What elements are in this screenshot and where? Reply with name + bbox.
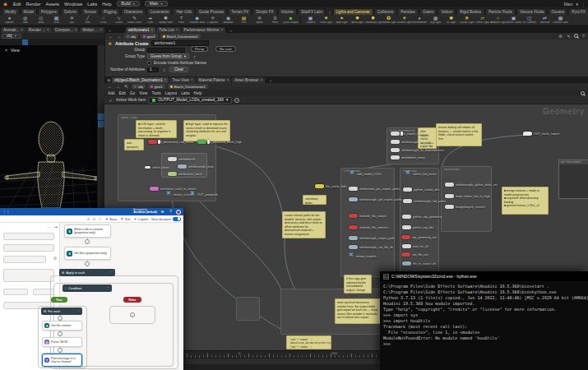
viewport-tool-icon[interactable] [98,62,104,68]
breadcrumb-chip[interactable]: geo1 [141,34,158,39]
node-body[interactable] [178,164,187,169]
breadcrumb-chip[interactable]: obj [132,84,146,89]
node-body[interactable] [391,132,400,136]
network-node[interactable]: add_model_LODs [350,172,382,176]
panel-field[interactable] [3,244,54,252]
sticky-note[interactable]: simulation better [303,195,326,205]
node-body[interactable] [402,244,411,248]
shelf-tool[interactable]: ❂Volume Light [381,16,396,25]
pane-tab[interactable]: Tube List× [156,27,180,33]
pane-tab[interactable]: Tree View× [169,77,195,83]
node-body[interactable] [145,166,150,169]
toolbar-icon[interactable] [519,90,525,96]
toolbar-icon[interactable] [556,90,562,96]
shelf-tool[interactable]: ∿Curve [111,16,127,25]
shelf-tab[interactable]: Particles [397,8,419,15]
network-node[interactable]: attribwrangle_fix_paths [391,140,433,144]
node-body[interactable] [391,140,400,144]
close-icon[interactable]: × [151,28,154,32]
node-body[interactable] [523,132,532,136]
layout-selector[interactable]: Main▾ [145,1,168,7]
viewport-tool-icon[interactable] [98,136,104,142]
toolbar-icon[interactable] [526,90,532,96]
shelf-tab[interactable]: Deform [61,8,80,15]
toolbar-icon[interactable] [90,33,96,39]
shelf-tool[interactable]: ▣Camera [303,16,318,25]
node-body[interactable] [445,205,454,209]
false-branch-pill[interactable]: False [123,297,141,303]
network-node[interactable]: attribwrangle_prep [178,164,214,169]
node-body[interactable] [405,172,411,176]
save-button[interactable]: ▼Save [105,217,118,221]
network-node[interactable]: IN_denoised_mesh_high [197,140,242,144]
pane-menu-icon[interactable]: ▤ [106,77,112,83]
network-box[interactable] [236,297,260,321]
node-body[interactable] [349,197,358,201]
close-icon[interactable]: × [191,78,193,82]
group-type-dropdown[interactable]: Guess from Group▾ [147,53,189,59]
node-body[interactable] [148,140,157,144]
group-input[interactable] [147,48,185,53]
chevron-up-icon[interactable]: ⌃ [77,310,80,313]
network-node[interactable]: attribwrangle_set_file_dir [349,245,393,249]
network-node[interactable]: python_create_dirs [403,187,439,192]
more-icon[interactable]: ⋮ [581,2,586,7]
pane-tab[interactable]: Performance Monitor× [182,27,226,33]
shelf-tab[interactable]: Collisions [374,8,397,15]
toolbar-icon[interactable] [16,39,21,45]
cmd-output[interactable]: C:\Program Files\Side Effects Software\H… [380,281,588,370]
network-node[interactable]: attribdelete_temp [391,155,425,160]
node-body[interactable] [150,187,159,191]
encode-checkbox[interactable] [147,61,151,65]
sticky-note[interactable]: most top-level directories resolve here.… [335,298,381,324]
shelf-tool[interactable]: ✱Spray Paint [158,16,174,25]
toggle-on[interactable] [173,217,181,221]
network-node[interactable]: attribwrangle_gather_bake_set [445,183,498,187]
pane-tab[interactable]: Asset Browser× [232,77,265,83]
shelf-tool[interactable]: ◎Torus [33,16,49,25]
network-menu-item[interactable]: Layout [165,91,177,95]
shelf-tab[interactable]: Viscous Fluids [516,8,548,15]
viewport-tool-icon[interactable] [98,121,104,127]
shelf-tab[interactable]: Lights and Cameras [333,8,373,15]
chevron-up-icon[interactable]: ⌃ [110,271,113,275]
panel-field[interactable] [3,233,54,240]
shelf-tool[interactable]: ✸Geometry Light [365,16,381,25]
node-body[interactable] [350,172,355,176]
shelf-tab[interactable]: Particle Fluids [485,8,516,15]
shelf-tool[interactable]: ◆Platonic Solids [189,16,205,25]
panel-field[interactable] [3,256,46,263]
shelf-tool[interactable]: ◍Sky Light [428,16,443,25]
network-node[interactable]: file_import_textures [391,132,428,136]
shelf-tool[interactable]: ╱Line [80,16,95,25]
collapse-panel-icon[interactable]: ⇥ [54,224,58,229]
menu-item[interactable]: Assets [46,2,60,7]
toolbar-icon[interactable] [541,90,547,96]
network-node[interactable]: rop_geometry_out [401,235,437,239]
num-attrs-input[interactable]: 1 [147,67,159,72]
shelf-tab[interactable]: Pyro FX [568,8,588,15]
sticky-note[interactable]: ■ merge textures + make in-model progres… [502,187,549,215]
node-body[interactable] [166,192,172,197]
shelf-tab[interactable]: Vellum [438,8,456,15]
node-body[interactable] [401,235,410,239]
node-body[interactable] [168,157,177,161]
viewport-tool-icon[interactable] [98,47,104,53]
add-action-icon[interactable]: ＋ [130,312,135,317]
true-branch-pill[interactable]: True [51,297,67,303]
shelf-tool[interactable]: ⊚Spiral [252,16,267,25]
node-body[interactable] [349,245,358,249]
shelf-tool[interactable]: ➔Path [142,16,158,25]
shelf-tool[interactable]: ✹Area Light [350,16,365,25]
menu-item[interactable]: Render [25,2,40,7]
shelf-tab[interactable]: Polygons [38,8,60,15]
network-node[interactable]: attribwrangle_lod_paths [403,199,446,203]
toolbar-icon[interactable] [77,33,83,39]
get-file-content-card[interactable]: S Get file content [42,321,82,331]
new-designer-toggle[interactable]: New designer [151,217,181,221]
node-body[interactable] [403,187,412,192]
desktop-selector[interactable]: Build▾ [117,1,140,7]
viewport-tool-icon[interactable] [98,69,104,76]
pane-tab[interactable]: Motion ...× [80,27,104,33]
copilot-button[interactable]: ✦Copilot [134,217,148,221]
